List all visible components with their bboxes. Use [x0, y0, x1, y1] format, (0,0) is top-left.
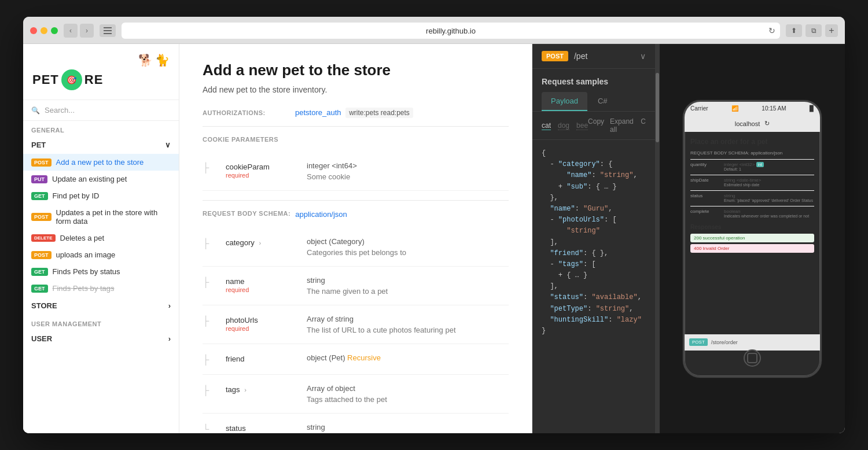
- param-name: ├ name required string The name given to…: [203, 267, 509, 305]
- code-line-3: "name": "string",: [542, 171, 638, 179]
- reload-icon[interactable]: ↻: [768, 26, 775, 35]
- cookie-param-desc: Some cookie: [307, 172, 509, 181]
- section-user-label: USER MANAGEMENT: [23, 315, 179, 330]
- code-line-12: + { … }: [542, 271, 587, 279]
- phone-field-desc-complete: Indicates whenever order was completed o…: [724, 214, 814, 218]
- sidebar-section-store[interactable]: STORE ›: [23, 297, 179, 315]
- ct-dog[interactable]: dog: [558, 121, 569, 130]
- svg-rect-0: [104, 27, 112, 28]
- post-badge-3: POST: [31, 251, 52, 259]
- phone-status-bar: Carrier 📶 10:15 AM ▉: [685, 102, 820, 116]
- endpoint-bar: POST /pet ∨: [532, 44, 655, 69]
- forward-button[interactable]: ›: [80, 24, 94, 38]
- content-type-tabs: cat dog bee: [542, 121, 588, 130]
- scrollbar-thumb[interactable]: [656, 73, 659, 142]
- name-desc: The name given to a pet: [307, 287, 509, 296]
- sidebar-item-updates-form[interactable]: POST Updates a pet in the store with for…: [23, 204, 179, 230]
- sidebar-item-update-pet[interactable]: PUT Update an existing pet: [23, 171, 179, 187]
- phone-responses-label: Responses: [690, 224, 814, 230]
- tab-csharp[interactable]: C#: [589, 92, 617, 111]
- code-line-13: ],: [542, 282, 558, 290]
- phone-field-desc-quantity: Default: 1: [724, 167, 814, 171]
- get-badge: GET: [31, 192, 48, 200]
- copy-action[interactable]: Copy: [588, 117, 604, 134]
- cookie-param-type: integer <int64>: [307, 161, 509, 170]
- phone-carrier: Carrier: [690, 105, 708, 112]
- sidebar-item-finds-status[interactable]: GET Finds Pets by status: [23, 263, 179, 280]
- maximize-button[interactable]: [51, 27, 58, 34]
- code-line-2: - "category": {: [542, 160, 612, 168]
- endpoint-chevron-icon[interactable]: ∨: [640, 51, 646, 61]
- phone-schema-label: REQUEST BODY SCHEMA: application/json: [690, 150, 814, 156]
- tab-payload[interactable]: Payload: [542, 92, 587, 111]
- phone-bottom-path: /store/order: [711, 340, 738, 345]
- sidebar-updates-form-label: Updates a pet in the store with form dat…: [56, 208, 171, 226]
- put-badge: PUT: [31, 175, 47, 183]
- url-text: rebilly.github.io: [426, 27, 476, 35]
- code-block: { - "category": { "name": "string", + "s…: [532, 140, 655, 433]
- sidebar-section-user[interactable]: USER ›: [23, 330, 179, 348]
- new-tab-button[interactable]: +: [825, 24, 838, 37]
- main-content: Add a new pet to the store Add new pet t…: [179, 44, 532, 433]
- sidebar-toggle-button[interactable]: [100, 24, 116, 37]
- copy-tab-button[interactable]: ⧉: [806, 24, 822, 37]
- sidebar-item-uploads-image[interactable]: POST uploads an image: [23, 246, 179, 263]
- param-status: └ status string Enum: "available" "pendi…: [203, 414, 509, 433]
- code-line-4: + "sub": { … }: [542, 183, 617, 191]
- cookie-params-label: COOKIE PARAMETERS: [203, 136, 278, 143]
- phone-field-desc-status: Enum: 'placed' 'approved' 'delivered' Or…: [724, 198, 814, 202]
- browser-chrome: ‹ › rebilly.github.io ↻ ⬆ ⧉ +: [23, 17, 845, 44]
- search-icon: 🔍: [31, 106, 40, 115]
- photo-type: Array of string: [307, 315, 509, 323]
- phone-reload-icon[interactable]: ↻: [764, 120, 770, 127]
- ct-cat[interactable]: cat: [542, 121, 551, 130]
- phone-field-shipdate: shipDate string <date-time> Estimated sh…: [690, 175, 814, 187]
- tree-line-photo: ├: [203, 316, 209, 326]
- scrollbar[interactable]: [655, 44, 660, 433]
- cat-icon: 🐈: [155, 53, 170, 67]
- minimize-button[interactable]: [41, 27, 47, 34]
- sidebar-item-add-pet[interactable]: POST Add a new pet to the store: [23, 154, 179, 171]
- sidebar-delete-pet-label: Deletes a pet: [60, 234, 105, 242]
- sidebar-find-pet-label: Find pet by ID: [53, 191, 100, 200]
- name-col-photo: photoUrls required: [226, 315, 295, 332]
- cookie-params-row: COOKIE PARAMETERS: [203, 136, 509, 143]
- sidebar-section-pet[interactable]: PET ∨: [23, 136, 179, 154]
- request-body-schema[interactable]: application/json: [295, 210, 347, 219]
- ct-bee[interactable]: bee: [576, 121, 588, 130]
- tree-status: └: [203, 423, 214, 433]
- expand-action[interactable]: Expand all: [610, 117, 635, 134]
- share-button[interactable]: ⬆: [786, 24, 802, 37]
- name-type: string: [307, 276, 509, 285]
- photo-param-name: photoUrls: [226, 316, 258, 324]
- tags-type: Array of object: [307, 384, 509, 393]
- auth-name[interactable]: petstore_auth: [295, 108, 341, 117]
- phone-content: Place an order for a pet REQUEST BODY SC…: [685, 132, 820, 259]
- address-bar[interactable]: rebilly.github.io ↻: [122, 23, 780, 39]
- phone-home-button[interactable]: [744, 349, 761, 367]
- close-button[interactable]: [30, 27, 37, 34]
- back-button[interactable]: ‹: [64, 24, 78, 38]
- phone-field-desc-shipdate: Estimated ship date: [724, 183, 814, 187]
- search-box[interactable]: 🔍 Search...: [23, 100, 179, 121]
- sidebar-item-find-pet[interactable]: GET Find pet by ID: [23, 187, 179, 204]
- browser-actions: ⬆ ⧉ +: [786, 24, 838, 37]
- sidebar: 🐕 🐈 PET 🎯 RE 🔍 Search... GENERAL PET: [23, 44, 179, 433]
- collapse-action[interactable]: C: [641, 117, 646, 134]
- tree-tags: ├: [203, 384, 214, 396]
- auth-label: AUTHORIZATIONS:: [203, 108, 295, 116]
- sidebar-item-delete-pet[interactable]: DELETE Deletes a pet: [23, 230, 179, 246]
- phone-field-quantity: quantity integer <int32> int Default: 1: [690, 159, 814, 171]
- phone-address-bar[interactable]: localhost ↻: [685, 116, 820, 132]
- get-badge-3: GET: [31, 285, 48, 293]
- tree-photo: ├: [203, 315, 214, 326]
- tabs-row: Payload C#: [532, 92, 655, 112]
- store-section-label: STORE: [31, 301, 57, 310]
- status-details: string Enum: "available" "pending" "sold…: [307, 423, 509, 433]
- phone-time: 10:15 AM: [762, 105, 786, 112]
- api-panel: 🐕 🐈 PET 🎯 RE 🔍 Search... GENERAL PET: [23, 44, 532, 433]
- sidebar-item-finds-tags[interactable]: GET Finds Pets by tags: [23, 280, 179, 297]
- name-required: required: [226, 286, 295, 293]
- store-chevron-icon: ›: [168, 301, 171, 310]
- code-line-17: }: [542, 327, 546, 335]
